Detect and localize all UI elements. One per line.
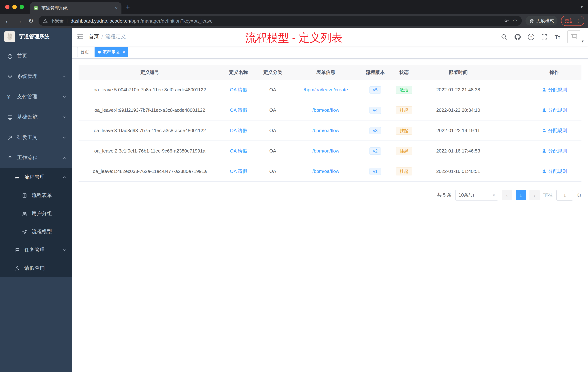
version-badge[interactable]: v4 xyxy=(369,107,381,114)
cell-definition-id: oa_leave:5:004b710b-7b8a-11ec-8ef0-acde4… xyxy=(79,80,221,100)
sidebar-item-process-management[interactable]: 流程管理 xyxy=(0,168,72,186)
security-label[interactable]: 不安全 xyxy=(51,18,64,24)
definition-name-link[interactable]: OA 请假 xyxy=(230,168,247,175)
sidebar-item-user-group[interactable]: 用户分组 xyxy=(0,205,72,223)
github-icon[interactable] xyxy=(514,34,521,40)
chevron-up-icon xyxy=(63,175,66,179)
definition-table: 定义编号 定义名称 定义分类 表单信息 流程版本 状态 部署时间 操作 oa_l… xyxy=(79,65,581,182)
forward-button[interactable]: → xyxy=(15,18,23,24)
search-icon[interactable] xyxy=(501,34,507,40)
form-link[interactable]: /bpm/oa/flow xyxy=(312,128,339,133)
next-page-button[interactable]: › xyxy=(529,190,540,200)
minimize-window-button[interactable] xyxy=(12,5,17,9)
browser-menu-kebab-icon[interactable]: ⋮ xyxy=(576,18,581,23)
back-button[interactable]: ← xyxy=(4,18,12,24)
sidebar-item-leave-query[interactable]: 请假查询 xyxy=(0,259,72,277)
address-bar[interactable]: 不安全 | dashboard.yudao.iocoder.cn/bpm/man… xyxy=(39,16,522,26)
page-content: 定义编号 定义名称 定义分类 表单信息 流程版本 状态 部署时间 操作 oa_l… xyxy=(72,59,588,372)
definition-name-link[interactable]: OA 请假 xyxy=(230,87,247,93)
tab-close-icon[interactable]: × xyxy=(115,5,118,11)
page-number-1[interactable]: 1 xyxy=(516,190,526,200)
chevron-down-icon xyxy=(63,95,66,99)
reload-button[interactable]: ↻ xyxy=(27,18,35,24)
tags-view-bar: 首页 流程定义 × xyxy=(72,46,588,59)
sidebar-item-process-form[interactable]: 流程表单 xyxy=(0,186,72,205)
send-icon xyxy=(22,229,27,235)
person-icon xyxy=(15,265,20,271)
dashboard-icon xyxy=(7,53,13,59)
zoom-window-button[interactable] xyxy=(20,5,24,9)
tag-process-definition[interactable]: 流程定义 × xyxy=(94,47,128,57)
assign-rule-link[interactable]: 分配规则 xyxy=(548,87,567,93)
url-path: /bpm/manager/definition?key=oa_leave xyxy=(130,18,213,23)
fullscreen-icon[interactable] xyxy=(541,34,547,40)
form-link[interactable]: /bpm/oa/flow xyxy=(312,107,339,113)
gear-icon xyxy=(7,74,13,79)
sidebar-item-payment[interactable]: ¥ 支付管理 xyxy=(0,87,72,107)
sidebar-item-label: 工作流程 xyxy=(17,155,37,161)
assign-rule-link[interactable]: 分配规则 xyxy=(548,168,567,175)
tag-close-icon[interactable]: × xyxy=(123,50,125,55)
sidebar-item-process-model[interactable]: 流程模型 xyxy=(0,223,72,241)
app-title: 芋道管理系统 xyxy=(19,33,50,40)
assign-rule-link[interactable]: 分配规则 xyxy=(548,107,567,113)
browser-update-button[interactable]: 更新 ⋮ xyxy=(561,16,584,26)
cell-deploy-time: 2022-01-22 19:19:11 xyxy=(420,120,497,141)
sidebar-item-label: 首页 xyxy=(17,53,27,59)
sidebar-item-workflow[interactable]: 工作流程 xyxy=(0,148,72,168)
url-text[interactable]: dashboard.yudao.iocoder.cn/bpm/manager/d… xyxy=(71,18,501,23)
assign-rule-link[interactable]: 分配规则 xyxy=(548,127,567,134)
navbar-actions: ? TT ▾ xyxy=(501,30,588,43)
avatar-caret-icon: ▾ xyxy=(582,39,584,43)
definition-name-link[interactable]: OA 请假 xyxy=(230,127,247,134)
cell-deploy-time: 2022-01-16 01:40:51 xyxy=(420,161,497,181)
sidebar-item-label: 流程模型 xyxy=(32,229,52,235)
form-link[interactable]: /bpm/oa/flow xyxy=(312,169,339,174)
version-badge[interactable]: v1 xyxy=(369,168,381,175)
tag-home[interactable]: 首页 xyxy=(77,47,92,57)
close-window-button[interactable] xyxy=(5,5,10,9)
sidebar-toggle-icon[interactable] xyxy=(72,34,89,40)
sidebar-item-label: 支付管理 xyxy=(17,94,37,100)
sidebar: 芋道管理系统 首页 系统管理 ¥ 支付管理 xyxy=(0,28,72,372)
tab-search-icon[interactable]: ▾ xyxy=(580,4,583,10)
sidebar-item-home[interactable]: 首页 xyxy=(0,46,72,66)
version-badge[interactable]: v5 xyxy=(369,86,381,93)
assign-rule-link[interactable]: 分配规则 xyxy=(548,148,567,154)
breadcrumb-home[interactable]: 首页 xyxy=(89,33,99,40)
sidebar-item-label: 系统管理 xyxy=(17,73,37,80)
page-size-select[interactable]: 10条/页 ▾ xyxy=(455,190,498,201)
user-avatar-menu[interactable]: ▾ xyxy=(567,30,584,43)
cell-deploy-time: 2022-01-16 17:46:53 xyxy=(420,141,497,161)
font-size-icon[interactable]: TT xyxy=(555,34,560,40)
header-form-info: 表单信息 xyxy=(289,65,362,80)
tag-label: 首页 xyxy=(80,49,89,55)
status-badge: 挂起 xyxy=(396,127,412,134)
new-tab-button[interactable]: + xyxy=(126,3,130,10)
version-badge[interactable]: v3 xyxy=(369,127,381,134)
browser-tab[interactable]: 芋道管理系统 × xyxy=(30,2,121,14)
sidebar-item-label: 流程管理 xyxy=(24,174,45,181)
prev-page-button[interactable]: ‹ xyxy=(502,190,512,200)
help-icon[interactable]: ? xyxy=(528,34,534,40)
cell-deploy-time: 2022-01-22 21:48:38 xyxy=(420,80,497,100)
sidebar-item-system[interactable]: 系统管理 xyxy=(0,66,72,87)
assign-user-icon xyxy=(542,108,546,112)
annotation-title: 流程模型 - 定义列表 xyxy=(245,31,342,45)
avatar[interactable] xyxy=(567,30,580,43)
sidebar-item-task-management[interactable]: 任务管理 xyxy=(0,241,72,259)
form-link[interactable]: /bpm/oa/leave/create xyxy=(304,87,348,92)
cell-category: OA xyxy=(256,80,289,100)
bookmark-star-icon[interactable]: ☆ xyxy=(513,17,517,24)
status-badge: 挂起 xyxy=(396,106,412,114)
cell-filler xyxy=(497,161,527,181)
definition-name-link[interactable]: OA 请假 xyxy=(230,107,247,113)
breadcrumb: 首页 / 流程定义 xyxy=(89,33,126,40)
form-link[interactable]: /bpm/oa/flow xyxy=(312,148,339,153)
goto-page-input[interactable] xyxy=(556,190,573,201)
sidebar-item-infrastructure[interactable]: 基础设施 xyxy=(0,107,72,127)
sidebar-item-devtools[interactable]: 研发工具 xyxy=(0,127,72,148)
version-badge[interactable]: v2 xyxy=(369,147,381,154)
password-key-icon[interactable] xyxy=(504,18,510,24)
definition-name-link[interactable]: OA 请假 xyxy=(230,148,247,154)
